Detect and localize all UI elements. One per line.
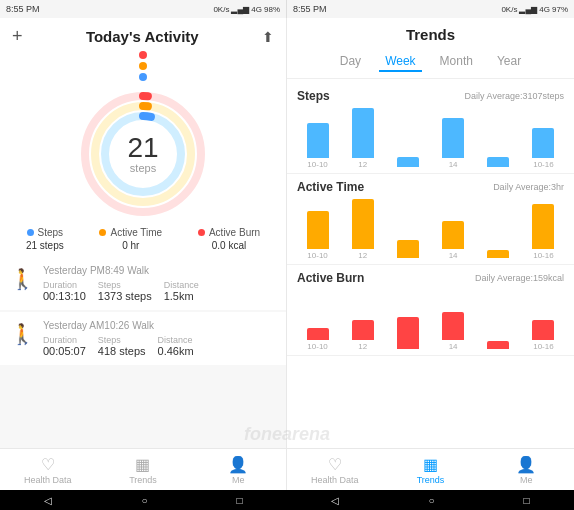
bar-group — [478, 157, 519, 169]
activity-time-2: Yesterday AM10:26 Walk — [43, 320, 276, 331]
tab-month[interactable]: Month — [434, 52, 479, 72]
legend-dot-steps — [27, 229, 34, 236]
user-icon-right: 👤 — [516, 455, 536, 474]
bar — [307, 123, 329, 158]
right-bottom-nav: ♡ Health Data ▦ Trends 👤 Me — [287, 448, 574, 490]
ring-center: 21 steps — [127, 134, 158, 174]
right-status-bar: 8:55 PM 0K/s ▂▄▆ 4G 97% — [287, 0, 574, 18]
bar-label: 12 — [358, 342, 367, 351]
tabs-row: Day Week Month Year — [287, 48, 574, 79]
recents-button-right[interactable]: □ — [523, 495, 529, 506]
recents-button[interactable]: □ — [236, 495, 242, 506]
bar — [307, 211, 329, 249]
bar — [352, 108, 374, 158]
active-time-bar-chart: 10-10121410-16 — [297, 200, 564, 260]
stat-distance-2: Distance 0.46km — [158, 335, 194, 357]
steps-bar-chart: 10-10121410-16 — [297, 109, 564, 169]
bar-group: 10-10 — [297, 328, 338, 351]
heart-icon: ♡ — [41, 455, 55, 474]
activity-info-2: Yesterday AM10:26 Walk Duration 00:05:07… — [43, 320, 276, 357]
left-battery: 98% — [264, 5, 280, 14]
legend-active: Active Time 0 hr — [99, 227, 162, 251]
list-item: 🚶 Yesterday AM10:26 Walk Duration 00:05:… — [0, 312, 286, 365]
nav-health-data-right[interactable]: ♡ Health Data — [287, 449, 383, 490]
stat-steps-2: Steps 418 steps — [98, 335, 146, 357]
active-burn-bar-chart: 10-10121410-16 — [297, 291, 564, 351]
bar — [532, 128, 554, 158]
right-title: Trends — [406, 26, 455, 43]
steps-count: 21 — [127, 134, 158, 162]
add-icon[interactable]: + — [12, 26, 23, 47]
bar-group — [387, 157, 428, 169]
nav-trends-left[interactable]: ▦ Trends — [95, 449, 190, 490]
bar — [487, 157, 509, 167]
left-bottom-nav: ♡ Health Data ▦ Trends 👤 Me — [0, 448, 286, 490]
legend-val-active: 0 hr — [122, 240, 139, 251]
steps-chart-header: Steps Daily Average:3107steps — [297, 89, 564, 103]
home-button-right[interactable]: ○ — [428, 495, 434, 506]
left-signal: ▂▄▆ 4G — [231, 5, 262, 14]
steps-label: steps — [127, 162, 158, 174]
nav-me-left[interactable]: 👤 Me — [191, 449, 286, 490]
ring-dots — [0, 51, 286, 81]
bar-group: 10-10 — [297, 211, 338, 260]
bar — [442, 221, 464, 249]
list-item: 🚶 Yesterday PM8:49 Walk Duration 00:13:1… — [0, 257, 286, 310]
dot-burn — [139, 51, 147, 59]
bar-group: 14 — [433, 118, 474, 169]
dot-steps — [139, 73, 147, 81]
bar-group: 10-10 — [297, 123, 338, 169]
share-icon[interactable]: ⬆ — [262, 29, 274, 45]
bar-group: 12 — [342, 199, 383, 260]
left-title: Today's Activity — [23, 28, 262, 45]
trends-icon-right: ▦ — [423, 455, 438, 474]
active-time-chart-avg: Daily Average:3hr — [493, 182, 564, 192]
active-burn-chart-avg: Daily Average:159kcal — [475, 273, 564, 283]
right-signal: ▂▄▆ 4G — [519, 5, 550, 14]
right-network: 0K/s — [501, 5, 517, 14]
legend-steps: Steps 21 steps — [26, 227, 64, 251]
walk-icon-1: 🚶 — [10, 267, 35, 291]
bar — [397, 317, 419, 349]
nav-health-data-left[interactable]: ♡ Health Data — [0, 449, 95, 490]
bar-group — [478, 250, 519, 260]
back-button[interactable]: ◁ — [44, 495, 52, 506]
left-network: 0K/s — [213, 5, 229, 14]
trends-icon: ▦ — [135, 455, 150, 474]
stat-distance-1: Distance 1.5km — [164, 280, 199, 302]
nav-me-right[interactable]: 👤 Me — [478, 449, 574, 490]
bar-group — [387, 240, 428, 260]
back-button-right[interactable]: ◁ — [331, 495, 339, 506]
active-time-chart-section: Active Time Daily Average:3hr 10-1012141… — [287, 174, 574, 265]
tab-year[interactable]: Year — [491, 52, 527, 72]
bar-label: 10-16 — [533, 251, 553, 260]
activity-stats-2: Duration 00:05:07 Steps 418 steps Distan… — [43, 335, 276, 357]
nav-trends-right[interactable]: ▦ Trends — [383, 449, 479, 490]
home-button[interactable]: ○ — [141, 495, 147, 506]
bar-group — [478, 341, 519, 351]
bar — [487, 250, 509, 258]
bar-label: 10-16 — [533, 160, 553, 169]
bar-label: 12 — [358, 251, 367, 260]
bar — [532, 320, 554, 340]
legend-dot-active — [99, 229, 106, 236]
left-time: 8:55 PM — [6, 4, 40, 14]
activity-time-1: Yesterday PM8:49 Walk — [43, 265, 276, 276]
heart-icon-right: ♡ — [328, 455, 342, 474]
legend-label-burn: Active Burn — [209, 227, 260, 238]
activity-stats-1: Duration 00:13:10 Steps 1373 steps Dista… — [43, 280, 276, 302]
bar-group — [387, 317, 428, 351]
bar — [352, 320, 374, 340]
bar-label: 14 — [449, 342, 458, 351]
tab-week[interactable]: Week — [379, 52, 421, 72]
stat-steps-1: Steps 1373 steps — [98, 280, 152, 302]
active-time-chart-header: Active Time Daily Average:3hr — [297, 180, 564, 194]
bar — [442, 312, 464, 340]
bar-label: 10-10 — [307, 251, 327, 260]
bar-label: 14 — [449, 160, 458, 169]
activity-list: 🚶 Yesterday PM8:49 Walk Duration 00:13:1… — [0, 257, 286, 448]
tab-day[interactable]: Day — [334, 52, 367, 72]
bar-group: 14 — [433, 221, 474, 260]
bar — [397, 157, 419, 167]
stat-duration-2: Duration 00:05:07 — [43, 335, 86, 357]
